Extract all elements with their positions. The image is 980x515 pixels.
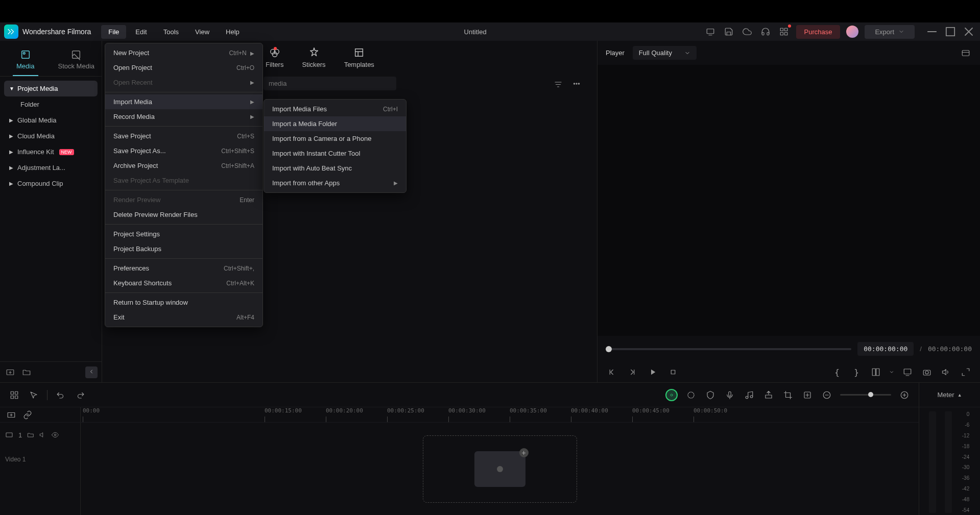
track-header-video1[interactable]: 1 (0, 423, 80, 447)
tl-cursor-icon[interactable] (28, 389, 40, 401)
svg-rect-6 (946, 28, 954, 36)
tab-filters[interactable]: Filters (266, 47, 283, 68)
filter-icon[interactable] (552, 78, 564, 90)
menu-edit[interactable]: Edit (128, 25, 154, 39)
camera-icon[interactable] (921, 366, 933, 378)
player-scrubber[interactable] (606, 348, 851, 350)
tab-media[interactable]: Media (0, 45, 51, 76)
folder-small-icon[interactable] (27, 431, 34, 438)
svg-rect-38 (15, 391, 18, 394)
tab-templates[interactable]: Templates (344, 47, 374, 68)
dd-save-project-as[interactable]: Save Project As...Ctrl+Shift+S (105, 143, 262, 158)
dd-preferences[interactable]: PreferencesCtrl+Shift+, (105, 261, 262, 276)
tree-cloud-media[interactable]: ▶Cloud Media (4, 128, 98, 144)
dd-return-startup[interactable]: Return to Startup window (105, 295, 262, 310)
fullscreen-icon[interactable] (960, 366, 972, 378)
tl-undo-icon[interactable] (55, 389, 67, 401)
tl-add-icon[interactable] (801, 389, 814, 401)
zoom-slider[interactable] (840, 394, 891, 396)
export-button[interactable]: Export (865, 25, 915, 39)
tl-track-add-icon[interactable] (5, 409, 17, 421)
dd-new-project[interactable]: New ProjectCtrl+N ▶ (105, 45, 262, 60)
folder-icon[interactable] (20, 366, 33, 378)
snapshot-panel-icon[interactable] (960, 47, 972, 59)
maximize-button[interactable] (943, 24, 958, 39)
tl-marker-icon[interactable] (762, 389, 775, 401)
chevron-down-icon[interactable] (889, 370, 894, 375)
tl-color-icon[interactable] (685, 389, 697, 401)
tl-zoom-in-icon[interactable] (898, 389, 911, 401)
tl-music-icon[interactable] (743, 389, 755, 401)
dd-import-folder[interactable]: Import a Media Folder (264, 116, 406, 131)
play-icon[interactable] (647, 366, 659, 378)
tab-stock-media[interactable]: Stock Media (51, 45, 102, 76)
tree-project-media[interactable]: ▼Project Media (4, 81, 98, 96)
tl-mic-icon[interactable] (724, 389, 736, 401)
quality-selector[interactable]: Full Quality (633, 46, 697, 60)
next-frame-icon[interactable] (626, 366, 638, 378)
dd-archive-project[interactable]: Archive ProjectCtrl+Shift+A (105, 158, 262, 173)
mark-out-icon[interactable]: } (850, 366, 863, 378)
timeline-dropzone[interactable] (423, 435, 577, 503)
dd-project-backups[interactable]: Project Backups (105, 241, 262, 256)
volume-icon[interactable] (940, 366, 952, 378)
search-input[interactable] (264, 77, 396, 90)
dd-exit[interactable]: ExitAlt+F4 (105, 310, 262, 325)
tl-grid-icon[interactable] (8, 389, 20, 401)
dd-import-camera[interactable]: Import from a Camera or a Phone (264, 131, 406, 146)
tl-shield-icon[interactable] (704, 389, 716, 401)
display-icon[interactable] (901, 366, 914, 378)
dd-keyboard-shortcuts[interactable]: Keyboard ShortcutsCtrl+Alt+K (105, 276, 262, 290)
ai-badge-icon[interactable] (665, 389, 678, 401)
timeline-ruler[interactable]: 00:00 00:00:15:00 00:00:20:00 00:00:25:0… (81, 407, 919, 422)
menu-tools[interactable]: Tools (156, 25, 186, 39)
tl-redo-icon[interactable] (74, 389, 86, 401)
mark-in-icon[interactable]: { (831, 366, 843, 378)
prev-frame-icon[interactable] (606, 366, 618, 378)
tree-influence-kit[interactable]: ▶Influence KitNEW (4, 144, 98, 160)
dd-record-media[interactable]: Record Media▶ (105, 109, 262, 124)
add-folder-icon[interactable] (4, 366, 16, 378)
dd-import-media[interactable]: Import Media▶ (105, 94, 262, 109)
dd-open-project[interactable]: Open ProjectCtrl+O (105, 60, 262, 75)
layout-icon[interactable] (870, 366, 882, 378)
avatar[interactable] (846, 26, 858, 38)
tree-global-media[interactable]: ▶Global Media (4, 112, 98, 128)
media-placeholder-icon[interactable] (474, 451, 525, 487)
menu-view[interactable]: View (188, 25, 217, 39)
tree-adjustment-layer[interactable]: ▶Adjustment La... (4, 160, 98, 176)
purchase-button[interactable]: Purchase (796, 25, 841, 39)
player-label: Player (606, 49, 625, 57)
dd-save-project[interactable]: Save ProjectCtrl+S (105, 129, 262, 143)
save-icon[interactable] (723, 26, 735, 38)
stop-icon[interactable] (667, 366, 679, 378)
tree-compound-clip[interactable]: ▶Compound Clip (4, 176, 98, 191)
collapse-sidebar-button[interactable] (85, 366, 98, 378)
mute-icon[interactable] (39, 431, 46, 438)
tl-zoom-out-icon[interactable] (821, 389, 833, 401)
dd-import-files[interactable]: Import Media FilesCtrl+I (264, 102, 406, 116)
tl-crop-icon[interactable] (782, 389, 794, 401)
menu-file[interactable]: File (101, 25, 126, 39)
dd-project-settings[interactable]: Project Settings (105, 227, 262, 241)
grid-icon[interactable] (778, 26, 790, 38)
cloud-icon[interactable] (741, 26, 753, 38)
tl-link-icon[interactable] (21, 409, 34, 421)
more-icon[interactable] (570, 78, 583, 90)
device-icon[interactable] (704, 26, 716, 38)
meter-header[interactable]: Meter ▲ (919, 383, 980, 407)
tab-stickers[interactable]: Stickers (302, 47, 325, 68)
close-button[interactable] (962, 24, 976, 39)
minimize-button[interactable] (925, 24, 939, 39)
eye-icon[interactable] (52, 431, 59, 438)
menu-help[interactable]: Help (219, 25, 247, 39)
track-label: Video 1 (0, 447, 80, 472)
dd-import-other-apps[interactable]: Import from other Apps▶ (264, 176, 406, 190)
dd-import-instant-cutter[interactable]: Import with Instant Cutter Tool (264, 146, 406, 161)
dd-delete-preview[interactable]: Delete Preview Render Files (105, 207, 262, 222)
headset-icon[interactable] (759, 26, 772, 38)
svg-point-22 (573, 83, 575, 84)
tree-folder[interactable]: Folder (4, 96, 98, 112)
dd-import-beat-sync[interactable]: Import with Auto Beat Sync (264, 161, 406, 176)
timeline-tracks-area[interactable]: Drag and drop media and effects here to … (81, 423, 919, 515)
